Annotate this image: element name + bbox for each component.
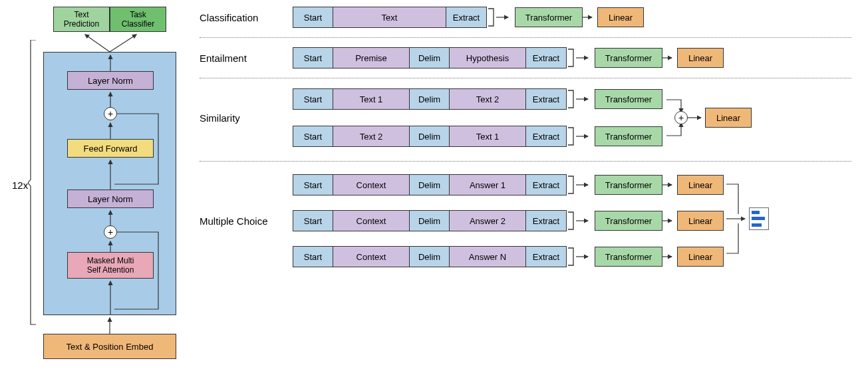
- classification-row: Classification Start Text Extract Transf…: [200, 7, 865, 28]
- repeat-count: 12x: [12, 180, 28, 191]
- context-token: Context: [333, 247, 410, 267]
- context-token: Context: [333, 175, 410, 195]
- seq-bracket: [567, 48, 576, 68]
- similarity-row-1: Start Text 1 Delim Text 2 Extract Transf…: [293, 88, 662, 110]
- arrow-ln1-ff: [44, 158, 177, 191]
- delim-token: Delim: [410, 89, 450, 109]
- transformer-box: Transformer: [595, 211, 662, 231]
- answer-token: Answer 2: [450, 211, 526, 231]
- arrow-icon: [576, 89, 592, 109]
- transformer-box: Transformer: [595, 175, 662, 195]
- start-token: Start: [293, 211, 333, 231]
- extract-token: Extract: [526, 211, 566, 231]
- arrow-icon: [583, 7, 596, 27]
- arrow-attn-add1: [44, 239, 177, 253]
- multiple-choice-group: Multiple Choice Start Context Delim Answ…: [200, 171, 865, 271]
- head-arrows: [40, 32, 180, 53]
- similarity-sequence-2: Start Text 2 Delim Text 1 Extract: [293, 126, 567, 147]
- entailment-label: Entailment: [200, 53, 293, 64]
- seq-bracket: [567, 89, 576, 109]
- transformer-box: Transformer: [515, 7, 583, 27]
- text2-token: Text 2: [333, 126, 410, 146]
- add-icon: +: [674, 111, 688, 124]
- linear-box: Linear: [705, 108, 752, 128]
- arrow-icon: [496, 7, 512, 27]
- delim-token: Delim: [410, 247, 450, 267]
- mc-row-n: Start Context Delim Answer N Extract Tra…: [293, 246, 724, 267]
- arrow-icon: [576, 126, 592, 146]
- seq-bracket: [567, 247, 576, 267]
- answer-token: Answer 1: [450, 175, 526, 195]
- arrow-embed-block: [40, 315, 180, 335]
- arrow-icon: [576, 247, 592, 267]
- task-classifier-head: Task Classifier: [110, 7, 166, 32]
- linear-box: Linear: [677, 211, 724, 231]
- repeat-bracket: [28, 40, 37, 326]
- transformer-box: Transformer: [595, 89, 662, 109]
- classification-sequence: Start Text Extract: [293, 7, 487, 28]
- transformer-box: Transformer: [595, 48, 662, 68]
- similarity-merge: + Linear: [666, 90, 760, 146]
- text-prediction-head: Text Prediction: [53, 7, 110, 32]
- entailment-sequence: Start Premise Delim Hypothesis Extract: [293, 47, 567, 68]
- layer-norm-1: Layer Norm: [67, 189, 154, 208]
- hypothesis-token: Hypothesis: [450, 48, 526, 68]
- linear-box: Linear: [677, 48, 724, 68]
- delim-token: Delim: [410, 126, 450, 146]
- delim-token: Delim: [410, 175, 450, 195]
- delim-token: Delim: [410, 211, 450, 231]
- arrow-icon: [662, 48, 676, 68]
- start-token: Start: [293, 126, 333, 146]
- similarity-sequence-1: Start Text 1 Delim Text 2 Extract: [293, 88, 567, 110]
- masked-self-attention: Masked Multi Self Attention: [67, 252, 154, 279]
- arrow-ff-add2: [44, 120, 177, 140]
- extract-token: Extract: [526, 175, 566, 195]
- extract-token: Extract: [526, 48, 566, 68]
- layer-norm-2: Layer Norm: [67, 71, 154, 90]
- start-token: Start: [293, 89, 333, 109]
- feed-forward: Feed Forward: [67, 139, 154, 158]
- linear-box: Linear: [597, 7, 644, 27]
- mc-row-1: Start Context Delim Answer 1 Extract Tra…: [293, 174, 724, 195]
- start-token: Start: [293, 48, 333, 68]
- transformer-architecture: 12x Text Prediction Task Classifier Laye…: [40, 7, 180, 366]
- mc-sequence-2: Start Context Delim Answer 2 Extract: [293, 210, 567, 231]
- extract-token: Extract: [526, 89, 566, 109]
- text1-token: Text 1: [450, 126, 526, 146]
- answer-token: Answer N: [450, 247, 526, 267]
- premise-token: Premise: [333, 48, 410, 68]
- mc-sequence-n: Start Context Delim Answer N Extract: [293, 246, 567, 267]
- transformer-box: Transformer: [595, 247, 662, 267]
- transformer-block: Layer Norm + Feed Forward Layer Norm + M…: [43, 52, 176, 315]
- arrow-embed-attn: [44, 279, 177, 316]
- delim-token: Delim: [410, 48, 450, 68]
- similarity-row-2: Start Text 2 Delim Text 1 Extract Transf…: [293, 126, 662, 147]
- seq-bracket: [567, 211, 576, 231]
- start-token: Start: [293, 175, 333, 195]
- start-token: Start: [293, 247, 333, 267]
- mc-merge: [726, 174, 773, 267]
- arrow-icon: [576, 48, 592, 68]
- classification-label: Classification: [200, 12, 293, 23]
- extract-token: Extract: [526, 126, 566, 146]
- seq-bracket: [487, 7, 496, 27]
- multiple-choice-label: Multiple Choice: [200, 171, 293, 271]
- linear-box: Linear: [677, 247, 724, 267]
- extract-token: Extract: [526, 247, 566, 267]
- task-formats: Classification Start Text Extract Transf…: [200, 7, 865, 271]
- arrow-icon: [576, 211, 592, 231]
- text-token: Text: [333, 7, 446, 27]
- arrow-icon: [662, 247, 676, 267]
- arrow-icon: [688, 111, 705, 124]
- svg-line-1: [110, 35, 136, 52]
- arrow-ln2-out: [44, 53, 177, 71]
- text2-token: Text 2: [450, 89, 526, 109]
- linear-box: Linear: [677, 175, 724, 195]
- arrow-icon: [576, 175, 592, 195]
- similarity-group: Similarity Start Text 1 Delim Text 2 Ext…: [200, 88, 865, 148]
- start-token: Start: [293, 7, 333, 27]
- similarity-label: Similarity: [200, 88, 293, 148]
- mc-sequence-1: Start Context Delim Answer 1 Extract: [293, 174, 567, 195]
- text1-token: Text 1: [333, 89, 410, 109]
- mc-row-2: Start Context Delim Answer 2 Extract Tra…: [293, 210, 724, 231]
